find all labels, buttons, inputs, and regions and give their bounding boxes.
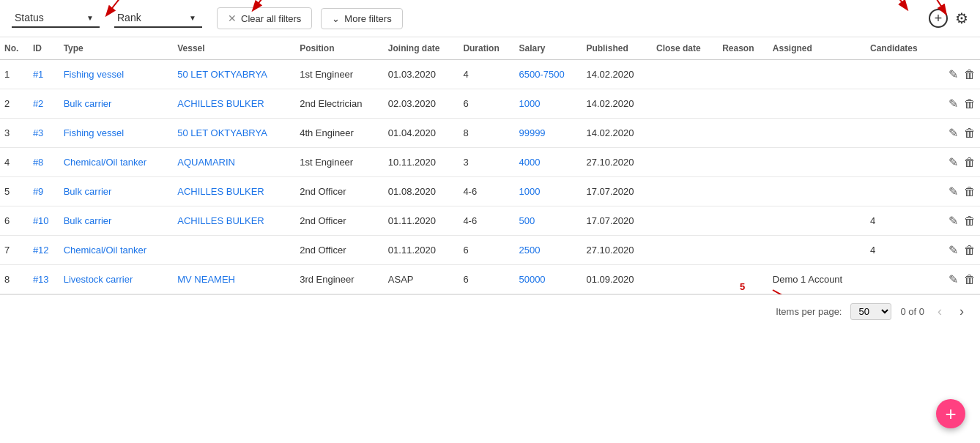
cell-vessel[interactable]: 50 LET OKTYABRYA <box>173 60 295 89</box>
cell-vessel[interactable]: ACHILLES BULKER <box>173 89 295 119</box>
cell-salary: 500 <box>514 206 582 236</box>
vessel-link[interactable]: ACHILLES BULKER <box>177 98 264 109</box>
cell-actions: ✎ 🗑 <box>935 119 980 148</box>
id-link[interactable]: #12 <box>33 245 49 256</box>
col-close-date: Close date <box>652 37 718 60</box>
id-link[interactable]: #8 <box>33 157 43 168</box>
type-link[interactable]: Chemical/Oil tanker <box>64 157 146 168</box>
add-vacancy-icon[interactable]: + <box>929 9 948 28</box>
clear-all-filters-button[interactable]: ✕ Clear all filters <box>217 7 312 29</box>
more-filters-button[interactable]: ⌄ More filters <box>321 8 402 29</box>
cell-position: 4th Engineer <box>295 119 384 148</box>
cell-type[interactable]: Chemical/Oil tanker <box>59 148 174 177</box>
type-link[interactable]: Chemical/Oil tanker <box>64 245 146 256</box>
cell-duration: 4 <box>459 60 514 89</box>
edit-icon[interactable]: ✎ <box>949 97 958 111</box>
cell-type[interactable]: Chemical/Oil tanker <box>59 236 174 265</box>
delete-icon[interactable]: 🗑 <box>964 185 976 198</box>
cell-salary: 6500-7500 <box>514 60 582 89</box>
next-page-button[interactable]: › <box>955 302 968 321</box>
settings-gear-icon[interactable]: ⚙ <box>955 10 968 27</box>
cell-no: 6 <box>0 206 29 236</box>
salary-value: 2500 <box>519 245 540 256</box>
vessel-link[interactable]: AQUAMARIN <box>177 157 235 168</box>
cell-type[interactable]: Livestock carrier <box>59 265 174 294</box>
cell-id[interactable]: #13 <box>29 265 59 294</box>
id-link[interactable]: #1 <box>33 69 43 80</box>
rank-filter[interactable]: Rank ▼ <box>114 9 202 28</box>
type-link[interactable]: Bulk carrier <box>64 98 112 109</box>
cell-vessel[interactable]: AQUAMARIN <box>173 148 295 177</box>
edit-icon[interactable]: ✎ <box>949 272 958 286</box>
type-link[interactable]: Fishing vessel <box>64 69 124 80</box>
id-link[interactable]: #10 <box>33 215 49 226</box>
delete-icon[interactable]: 🗑 <box>964 244 976 257</box>
cell-position: 3rd Engineer <box>295 265 384 294</box>
cell-close-date <box>652 177 718 206</box>
items-per-page-select[interactable]: 50 25 100 <box>850 303 891 320</box>
cell-published: 14.02.2020 <box>582 119 652 148</box>
vessel-link[interactable]: 50 LET OKTYABRYA <box>177 69 267 80</box>
cell-joining-date: 01.11.2020 <box>384 236 459 265</box>
cell-published: 14.02.2020 <box>582 89 652 119</box>
cell-id[interactable]: #3 <box>29 119 59 148</box>
cell-id[interactable]: #2 <box>29 89 59 119</box>
cell-vessel[interactable]: MV NEAMEH <box>173 265 295 294</box>
delete-icon[interactable]: 🗑 <box>964 68 976 81</box>
type-link[interactable]: Livestock carrier <box>64 274 133 285</box>
delete-icon[interactable]: 🗑 <box>964 127 976 140</box>
cell-reason <box>718 206 768 236</box>
id-link[interactable]: #13 <box>33 274 49 285</box>
delete-icon[interactable]: 🗑 <box>964 273 976 286</box>
vessel-link[interactable]: ACHILLES BULKER <box>177 215 264 226</box>
type-link[interactable]: Bulk carrier <box>64 215 112 226</box>
page-info: 0 of 0 <box>900 306 924 317</box>
delete-icon[interactable]: 🗑 <box>964 215 976 228</box>
type-link[interactable]: Fishing vessel <box>64 127 124 138</box>
cell-joining-date: 01.04.2020 <box>384 119 459 148</box>
cell-id[interactable]: #9 <box>29 177 59 206</box>
cell-vessel[interactable] <box>173 236 295 265</box>
cell-id[interactable]: #8 <box>29 148 59 177</box>
cell-vessel[interactable]: 50 LET OKTYABRYA <box>173 119 295 148</box>
salary-value: 50000 <box>519 274 545 285</box>
status-filter-label: Status <box>15 12 44 23</box>
edit-icon[interactable]: ✎ <box>949 126 958 140</box>
type-link[interactable]: Bulk carrier <box>64 186 112 197</box>
edit-icon[interactable]: ✎ <box>949 214 958 228</box>
col-no: No. <box>0 37 29 60</box>
delete-icon[interactable]: 🗑 <box>964 156 976 169</box>
vessel-link[interactable]: ACHILLES BULKER <box>177 186 264 197</box>
cell-type[interactable]: Fishing vessel <box>59 60 174 89</box>
cell-published: 17.07.2020 <box>582 206 652 236</box>
cell-id[interactable]: #12 <box>29 236 59 265</box>
cell-published: 17.07.2020 <box>582 177 652 206</box>
cell-vessel[interactable]: ACHILLES BULKER <box>173 206 295 236</box>
cell-type[interactable]: Bulk carrier <box>59 89 174 119</box>
cell-vessel[interactable]: ACHILLES BULKER <box>173 177 295 206</box>
status-filter[interactable]: Status ▼ <box>12 9 100 28</box>
vessel-link[interactable]: MV NEAMEH <box>177 274 235 285</box>
col-published: Published <box>582 37 652 60</box>
col-candidates: Candidates <box>866 37 935 60</box>
more-filters-chevron-icon: ⌄ <box>332 13 340 24</box>
edit-icon[interactable]: ✎ <box>949 67 958 81</box>
id-link[interactable]: #9 <box>33 186 43 197</box>
cell-duration: 4-6 <box>459 206 514 236</box>
vessel-link[interactable]: 50 LET OKTYABRYA <box>177 127 267 138</box>
more-filters-label: More filters <box>344 13 391 24</box>
edit-icon[interactable]: ✎ <box>949 155 958 169</box>
cell-id[interactable]: #10 <box>29 206 59 236</box>
cell-type[interactable]: Bulk carrier <box>59 177 174 206</box>
cell-id[interactable]: #1 <box>29 60 59 89</box>
edit-icon[interactable]: ✎ <box>949 243 958 257</box>
cell-type[interactable]: Bulk carrier <box>59 206 174 236</box>
prev-page-button[interactable]: ‹ <box>933 302 946 321</box>
edit-icon[interactable]: ✎ <box>949 185 958 198</box>
cell-salary: 1000 <box>514 177 582 206</box>
id-link[interactable]: #2 <box>33 98 43 109</box>
id-link[interactable]: #3 <box>33 127 43 138</box>
cell-salary: 1000 <box>514 89 582 119</box>
delete-icon[interactable]: 🗑 <box>964 97 976 111</box>
cell-type[interactable]: Fishing vessel <box>59 119 174 148</box>
